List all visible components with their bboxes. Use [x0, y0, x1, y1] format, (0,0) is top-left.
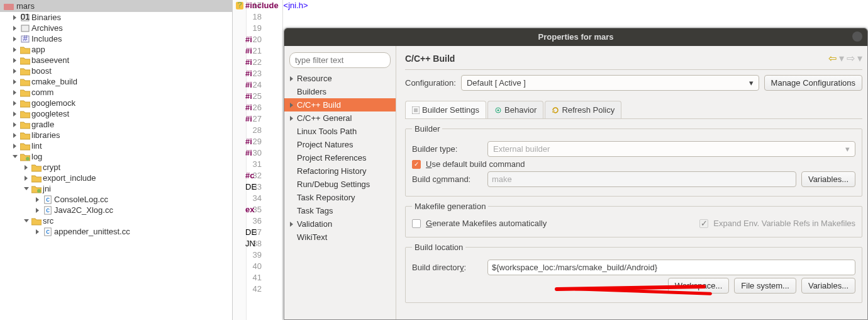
expand-icon[interactable] — [11, 153, 19, 161]
tree-folder-libraries[interactable]: libraries — [0, 130, 232, 140]
build-directory-input[interactable] — [487, 260, 855, 275]
builder-type-select[interactable]: External builder ▾ — [487, 141, 855, 157]
build-command-label: Build command: — [412, 174, 482, 184]
close-icon[interactable] — [852, 31, 862, 42]
expand-icon[interactable] — [11, 78, 19, 86]
build-location-group: Build location Build directory: Workspac… — [405, 243, 862, 303]
expand-icon[interactable] — [11, 132, 19, 139]
expand-icon[interactable] — [11, 35, 19, 43]
tree-includes[interactable]: #Includes — [0, 33, 232, 44]
manage-configurations-button[interactable]: Manage Configurations — [764, 75, 862, 91]
chevron-down-icon: ▾ — [749, 78, 754, 88]
project-root-row[interactable]: mars — [0, 0, 232, 12]
tree-folder-log[interactable]: log — [0, 151, 232, 162]
properties-dialog: Properties for mars ResourceBuildersC/C+… — [284, 28, 868, 320]
nav-item-project-natures[interactable]: Project Natures — [284, 138, 396, 151]
nav-item-run-debug-settings[interactable]: Run/Debug Settings — [284, 178, 396, 191]
nav-item-c-c-build[interactable]: C/C++ Build — [284, 98, 396, 111]
nav-item-refactoring-history[interactable]: Refactoring History — [284, 164, 396, 178]
expand-icon[interactable] — [23, 174, 30, 182]
nav-item-task-tags[interactable]: Task Tags — [284, 204, 396, 217]
gutter: ? — [233, 0, 247, 320]
expand-env-checkbox: ✓ — [699, 219, 708, 228]
expand-icon[interactable] — [11, 110, 19, 118]
project-explorer: mars 01BinariesArchives#Includesappbasee… — [0, 0, 233, 320]
back-icon[interactable]: ⇦ — [828, 52, 837, 64]
dialog-main: C/C++ Build ⇦▾ ⇨▾ Configuration: Default… — [396, 46, 867, 319]
tree-folder-baseevent[interactable]: baseevent — [0, 55, 232, 66]
filter-input[interactable] — [289, 52, 391, 68]
tree-folder-crypt[interactable]: crypt — [0, 162, 232, 173]
history-nav: ⇦▾ ⇨▾ — [828, 52, 862, 64]
code-area[interactable]: #include <jni.h> #i #i #i #i #i #i #i #i… — [245, 0, 289, 249]
variables-button[interactable]: Variables... — [801, 171, 855, 187]
forward-icon: ⇨ — [847, 52, 855, 64]
filesystem-button[interactable]: File system... — [734, 278, 796, 294]
nav-item-task-repository[interactable]: Task Repository — [284, 191, 396, 204]
makefile-group: Makefile generation Generate Makefiles a… — [405, 202, 862, 237]
expand-icon[interactable] — [34, 196, 42, 203]
expand-icon[interactable] — [34, 207, 42, 214]
expand-icon[interactable] — [11, 14, 19, 21]
nav-item-validation[interactable]: Validation — [284, 217, 396, 231]
tree-folder-cmake_build[interactable]: cmake_build — [0, 76, 232, 87]
svg-point-7 — [37, 189, 41, 193]
tree-folder-comm[interactable]: comm — [0, 87, 232, 98]
nav-item-builders[interactable]: Builders — [284, 85, 396, 98]
expand-icon[interactable] — [11, 25, 19, 32]
expand-icon[interactable] — [11, 142, 19, 150]
expand-icon[interactable] — [11, 121, 19, 129]
workspace-button[interactable]: Workspace... — [668, 278, 730, 294]
tab-refresh-policy[interactable]: Refresh Policy — [545, 101, 621, 118]
tree-file[interactable]: cConsoleLog.cc — [0, 194, 232, 205]
nav-item-wikitext[interactable]: WikiText — [284, 231, 396, 244]
expand-icon[interactable] — [23, 185, 30, 193]
expand-icon[interactable] — [23, 217, 30, 225]
tab-behavior[interactable]: Behavior — [487, 101, 543, 118]
configuration-select[interactable]: Default [ Active ] ▾ — [461, 75, 759, 91]
generate-makefiles-checkbox[interactable] — [412, 219, 421, 228]
tree-folder-boost[interactable]: boost — [0, 66, 232, 76]
tree-file[interactable]: cJava2C_Xlog.cc — [0, 205, 232, 215]
expand-icon[interactable] — [11, 46, 19, 54]
tab-builder-settings[interactable]: Builder Settings — [405, 101, 486, 118]
list-icon — [412, 106, 420, 114]
tree-folder-export_include[interactable]: export_include — [0, 173, 232, 183]
expand-icon[interactable] — [288, 115, 296, 122]
tab-bar: Builder Settings Behavior Refresh Policy — [405, 101, 862, 119]
gear-icon — [494, 106, 502, 114]
svg-text:#: # — [23, 35, 28, 43]
tree-folder-googlemock[interactable]: googlemock — [0, 98, 232, 108]
tree-binaries[interactable]: 01Binaries — [0, 12, 232, 23]
line-number: 40 — [247, 261, 262, 272]
expand-icon[interactable] — [11, 67, 19, 75]
expand-icon[interactable] — [288, 75, 296, 83]
dialog-titlebar[interactable]: Properties for mars — [284, 28, 867, 46]
tree-file[interactable]: cappender_unittest.cc — [0, 226, 232, 237]
project-icon — [4, 2, 14, 11]
expand-icon[interactable] — [11, 89, 19, 96]
tree-folder-lint[interactable]: lint — [0, 140, 232, 151]
nav-item-linux-tools-path[interactable]: Linux Tools Path — [284, 125, 396, 138]
nav-item-c-c-general[interactable]: C/C++ General — [284, 111, 396, 125]
variables-button-2[interactable]: Variables... — [801, 278, 855, 294]
expand-icon[interactable] — [288, 220, 296, 228]
expand-icon[interactable] — [11, 100, 19, 107]
tree-folder-gradle[interactable]: gradle — [0, 119, 232, 130]
expand-icon[interactable] — [288, 101, 296, 109]
code-line: #include <jni.h> — [245, 0, 289, 11]
svg-point-21 — [498, 109, 499, 111]
svg-rect-0 — [4, 4, 14, 10]
chevron-down-icon: ▾ — [845, 144, 850, 154]
expand-icon[interactable] — [11, 57, 19, 64]
tree-folder-app[interactable]: app — [0, 44, 232, 55]
tree-folder-googletest[interactable]: googletest — [0, 108, 232, 119]
expand-icon[interactable] — [34, 228, 42, 236]
tree-folder-src[interactable]: src — [0, 215, 232, 226]
expand-icon[interactable] — [23, 164, 30, 171]
nav-item-resource[interactable]: Resource — [284, 72, 396, 85]
nav-item-project-references[interactable]: Project References — [284, 151, 396, 164]
tree-folder-jni[interactable]: jni — [0, 183, 232, 194]
tree-archives[interactable]: Archives — [0, 23, 232, 33]
use-default-build-checkbox[interactable] — [412, 160, 421, 169]
